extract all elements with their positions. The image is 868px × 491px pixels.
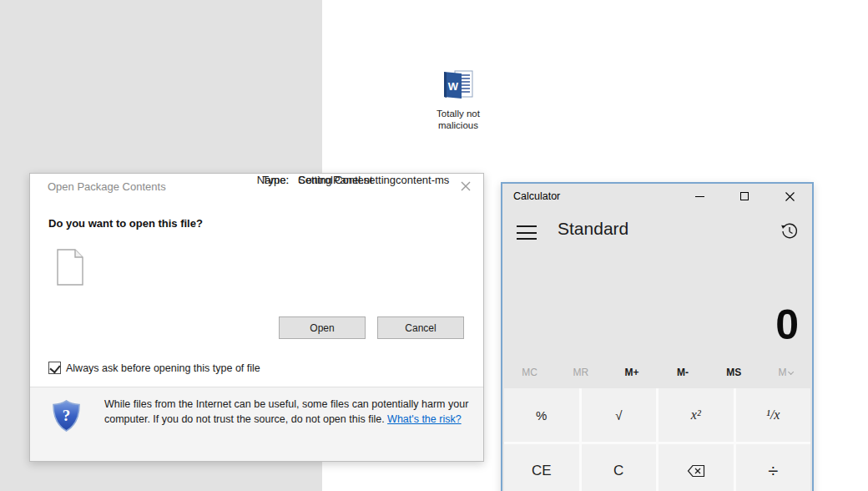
security-shield-icon: ?	[53, 400, 80, 435]
calculator-mode-label: Standard	[558, 219, 628, 239]
calculator-window: Calculator Standard 0 MC	[501, 182, 814, 491]
calculator-title: Calculator	[513, 190, 560, 202]
memory-list-button[interactable]: M	[760, 361, 810, 384]
history-icon[interactable]	[780, 222, 799, 240]
square-root-key[interactable]: √	[582, 388, 657, 442]
memory-list-label: M	[778, 367, 786, 378]
field-type-label: Type:	[30, 174, 289, 186]
memory-subtract-button[interactable]: M-	[658, 361, 709, 384]
clear-entry-key[interactable]: CE	[504, 444, 579, 491]
warning-text: While files from the Internet can be use…	[104, 397, 485, 427]
dialog-heading: Do you want to open this file?	[48, 217, 203, 230]
calculator-keypad: % √ x² ¹/x CE C ÷	[504, 388, 810, 491]
maximize-icon	[740, 192, 749, 200]
security-warning-section: ? While files from the Internet can be u…	[30, 387, 483, 461]
cancel-button[interactable]: Cancel	[377, 316, 464, 339]
always-ask-label: Always ask before opening this type of f…	[66, 362, 260, 374]
reciprocal-key[interactable]: ¹/x	[736, 388, 811, 442]
open-button[interactable]: Open	[279, 316, 366, 339]
divide-key[interactable]: ÷	[736, 444, 811, 491]
calculator-titlebar[interactable]: Calculator	[502, 184, 812, 209]
backspace-icon	[687, 464, 705, 478]
close-icon[interactable]	[458, 179, 473, 194]
minimize-button[interactable]	[677, 184, 722, 209]
svg-text:?: ?	[63, 407, 71, 424]
percent-key[interactable]: %	[504, 388, 579, 442]
minimize-icon	[695, 196, 704, 197]
memory-store-button[interactable]: MS	[709, 361, 760, 384]
maximize-button[interactable]	[722, 184, 767, 209]
memory-clear-button[interactable]: MC	[504, 361, 555, 384]
backspace-key[interactable]	[659, 444, 734, 491]
menu-icon[interactable]	[517, 225, 537, 240]
square-key[interactable]: x²	[659, 388, 734, 442]
word-file-icon: W	[441, 70, 476, 104]
close-button[interactable]	[767, 184, 812, 209]
file-icon	[55, 249, 85, 289]
whats-the-risk-link[interactable]: What's the risk?	[387, 413, 462, 425]
memory-button-row: MC MR M+ M- MS M	[504, 361, 810, 384]
desktop-shortcut-word-file[interactable]: W Totally not malicious	[421, 70, 495, 131]
close-icon	[785, 192, 795, 201]
svg-text:W: W	[448, 80, 459, 93]
shortcut-label: Totally not malicious	[421, 108, 495, 131]
memory-recall-button[interactable]: MR	[555, 361, 606, 384]
display-value: 0	[775, 304, 799, 346]
calculator-display: 0	[502, 274, 812, 346]
memory-add-button[interactable]: M+	[606, 361, 657, 384]
open-package-contents-dialog: Open Package Contents Do you want to ope…	[29, 173, 484, 462]
clear-key[interactable]: C	[582, 444, 657, 491]
always-ask-checkbox[interactable]	[48, 362, 61, 374]
field-type-value: Setting Content	[298, 174, 373, 186]
chevron-down-icon	[788, 369, 794, 375]
